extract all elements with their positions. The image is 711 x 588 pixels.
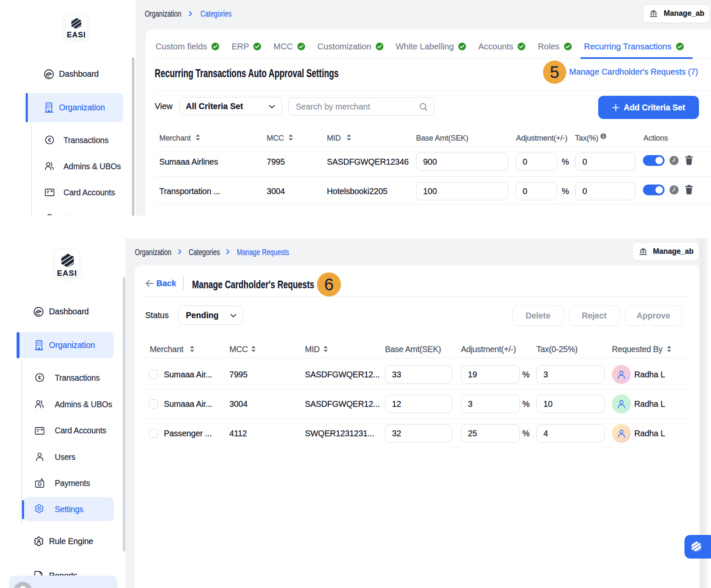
svg-text:€: € xyxy=(38,374,41,381)
svg-text:€: € xyxy=(48,137,51,143)
